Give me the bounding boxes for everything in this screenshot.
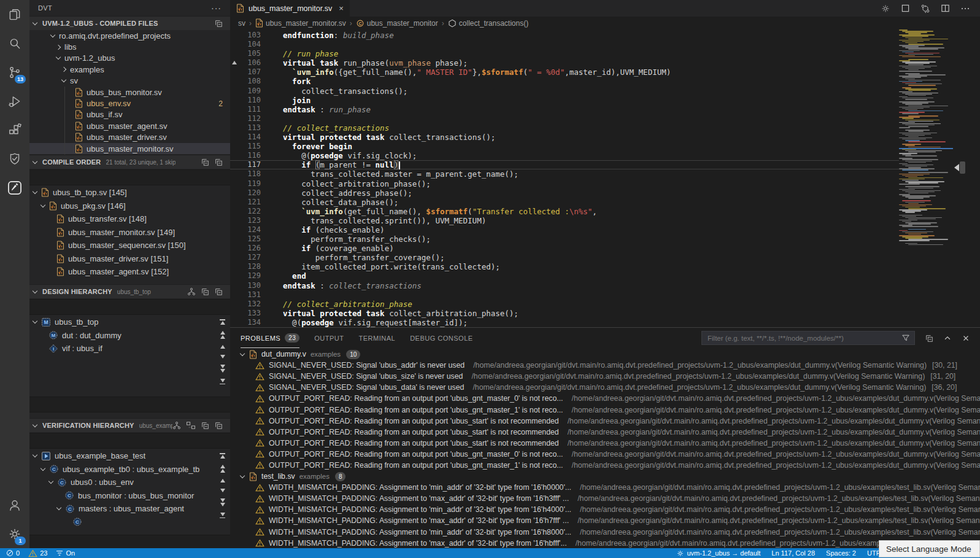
problem-row[interactable]: OUTPUT_PORT_READ: Reading from an output…: [230, 393, 980, 404]
verification-hierarchy-filter-input[interactable]: [29, 433, 230, 449]
problem-row[interactable]: WIDTH_MISMATCH_PADDING: Assignment to 'm…: [230, 493, 980, 504]
code-line[interactable]: 111 endtask : run_phase: [230, 105, 899, 114]
scroll-bottom-icon[interactable]: [220, 513, 225, 518]
code-line[interactable]: 134 @(posedge vif.sig_request[master_id]…: [230, 318, 899, 327]
verification-hierarchy-bottom-input[interactable]: [29, 535, 230, 548]
section-header-verification-hierarchy[interactable]: VERIFICATION HIERARCHYubus_example_base_…: [29, 418, 230, 432]
activity-extensions[interactable]: [0, 115, 29, 144]
problems-filter[interactable]: [701, 331, 915, 345]
activity-manage-settings[interactable]: 1: [0, 519, 29, 548]
code-line[interactable]: 120 collect_address_phase();: [230, 188, 899, 198]
status-warnings-count[interactable]: 23: [28, 549, 47, 557]
chevron-down-icon[interactable]: [61, 77, 66, 82]
chevron-down-icon[interactable]: [41, 466, 45, 471]
tab-ubus-master-monitor[interactable]: ubus_master_monitor.sv ×: [230, 0, 350, 17]
tree-item-compiled-files[interactable]: ubus_if.sv: [29, 109, 230, 120]
tree-item-compile-order[interactable]: ubus_tb_top.sv [145]: [29, 186, 230, 200]
chevron-right-icon[interactable]: [61, 67, 66, 72]
section-header-compile-order[interactable]: COMPILE ORDER21 total, 23 unique, 1 skip: [29, 155, 230, 169]
problems-group-row[interactable]: test_lib.svexamples8: [230, 471, 980, 482]
code-line[interactable]: 119 collect_arbitration_phase();: [230, 179, 899, 188]
tree-item-compiled-files[interactable]: sv: [29, 76, 230, 87]
tree-item-verification-hierarchy[interactable]: Cmasters : ubus_master_agent: [29, 502, 230, 516]
code-line[interactable]: 109 collect_transactions();: [230, 87, 899, 96]
activity-run-and-debug[interactable]: [0, 87, 29, 115]
editor-scrollbar[interactable]: [953, 29, 980, 327]
code-line[interactable]: 127 perform_transfer_coverage();: [230, 253, 899, 262]
code-line[interactable]: 122 `uvm_info(get_full_name(), $sformatf…: [230, 207, 899, 216]
chevron-down-icon[interactable]: [56, 55, 61, 60]
code-line[interactable]: 105 // run phase: [230, 49, 899, 58]
status-errors-count[interactable]: 0: [6, 549, 20, 557]
code-line[interactable]: 126 if (coverage_enable): [230, 244, 899, 253]
close-tab-icon[interactable]: ×: [339, 4, 344, 13]
problem-row[interactable]: WIDTH_MISMATCH_PADDING: Assignment to 'm…: [230, 538, 980, 549]
collapse-all-icon[interactable]: [201, 158, 209, 166]
compare-icon[interactable]: [920, 4, 930, 14]
tree-item-design-hierarchy[interactable]: Ivif : ubus_if: [29, 342, 230, 355]
problem-row[interactable]: WIDTH_MISMATCH_PADDING: Assignment to 'm…: [230, 527, 980, 538]
tree-item-compile-order[interactable]: ubus_master_driver.sv [151]: [29, 252, 230, 266]
code-line[interactable]: 118 trans_collected.master = m_parent.ge…: [230, 169, 899, 179]
chevron-down-icon[interactable]: [50, 32, 55, 37]
split-icon[interactable]: [941, 4, 950, 13]
hierarchy-icon[interactable]: [187, 287, 196, 296]
scroll-bottom-icon[interactable]: [220, 379, 225, 384]
scroll-marker-icon[interactable]: [954, 164, 959, 171]
chevron-down-icon[interactable]: [41, 203, 45, 207]
chevron-down-icon[interactable]: [33, 452, 37, 457]
tree-item-compiled-files[interactable]: ubus_bus_monitor.sv: [29, 87, 230, 98]
up-icon[interactable]: [220, 345, 225, 349]
code-line[interactable]: 117 if (m_parent != null): [230, 160, 899, 169]
problems-filter-input[interactable]: [706, 334, 898, 343]
collapse-all-icon[interactable]: [214, 19, 223, 28]
tree-item-compiled-files[interactable]: uvm-1.2_ubus: [29, 53, 230, 64]
problem-row[interactable]: OUTPUT_PORT_READ: Reading from an output…: [230, 404, 980, 415]
tree-item-compiled-files[interactable]: ubus_master_agent.sv: [29, 120, 230, 131]
breadcrumb-item[interactable]: Cubus_master_monitor: [356, 19, 438, 28]
tree-item-compiled-files[interactable]: ro.amiq.dvt.predefined_projects: [29, 30, 230, 41]
problem-row[interactable]: OUTPUT_PORT_READ: Reading from an output…: [230, 416, 980, 427]
tree-item-compiled-files[interactable]: examples: [29, 64, 230, 75]
scrollbar-thumb[interactable]: [960, 161, 965, 174]
panel-tab-terminal[interactable]: TERMINAL: [359, 328, 396, 348]
tree-item-compiled-files[interactable]: ubus_env.sv2: [29, 98, 230, 109]
activity-explorer[interactable]: [0, 0, 29, 29]
chevron-down-icon[interactable]: [240, 351, 245, 355]
section-header-design-hierarchy[interactable]: DESIGN HIERARCHYubus_tb_top: [29, 284, 230, 298]
code-line[interactable]: 113 // collect_transactions: [230, 123, 899, 133]
funnel-icon[interactable]: [901, 334, 910, 342]
breadcrumb-item[interactable]: collect_transactions(): [448, 19, 528, 28]
breadcrumb-item[interactable]: sv: [238, 19, 245, 28]
scroll-top-icon[interactable]: [220, 319, 225, 325]
hierarchy-icon[interactable]: [172, 421, 181, 430]
status-cursor-position[interactable]: Ln 117, Col 28: [771, 549, 815, 557]
collapse-all-icon[interactable]: [214, 421, 223, 430]
more-actions-icon[interactable]: ···: [211, 3, 222, 13]
code-line[interactable]: 129 end: [230, 271, 899, 281]
tree-item-compile-order[interactable]: ubus_master_agent.sv [152]: [29, 265, 230, 279]
problem-row[interactable]: WIDTH_MISMATCH_PADDING: Assignment to 'm…: [230, 482, 980, 493]
tree-item-design-hierarchy[interactable]: Mubus_tb_top: [29, 316, 230, 329]
page-up-icon[interactable]: [220, 465, 225, 473]
code-line[interactable]: 130 endtask : collect_transactions: [230, 281, 899, 290]
code-line[interactable]: 131: [230, 290, 899, 300]
chevron-down-icon[interactable]: [33, 319, 37, 324]
problem-row[interactable]: SIGNAL_NEVER_USED: Signal 'ubus_data' is…: [230, 382, 980, 393]
tree-item-verification-hierarchy[interactable]: Cubus_example_tb0 : ubus_example_tb: [29, 463, 230, 476]
code-line[interactable]: 132 // collect_arbitration_phase: [230, 300, 899, 309]
problem-row[interactable]: OUTPUT_PORT_READ: Reading from an output…: [230, 449, 980, 460]
tree-item-compile-order[interactable]: ubus_pkg.sv [146]: [29, 200, 230, 213]
code-line[interactable]: 125 perform_transfer_checks();: [230, 234, 899, 244]
code-line[interactable]: 108 fork: [230, 77, 899, 86]
code-line[interactable]: 128 item_collected_port.write(trans_coll…: [230, 262, 899, 271]
problem-row[interactable]: WIDTH_MISMATCH_PADDING: Assignment to 'm…: [230, 504, 980, 515]
collapse-panel-icon[interactable]: [943, 334, 952, 343]
code-line[interactable]: 133 virtual protected task collect_arbit…: [230, 309, 899, 318]
design-hierarchy-filter-input[interactable]: [29, 299, 230, 315]
down-icon[interactable]: [220, 489, 225, 492]
problem-row[interactable]: SIGNAL_NEVER_USED: Signal 'ubus_addr' is…: [230, 360, 980, 371]
collapse-all-icon[interactable]: [201, 287, 209, 296]
maximize-panel-icon[interactable]: [925, 334, 933, 343]
code-line[interactable]: 114 virtual protected task collect_trans…: [230, 133, 899, 142]
